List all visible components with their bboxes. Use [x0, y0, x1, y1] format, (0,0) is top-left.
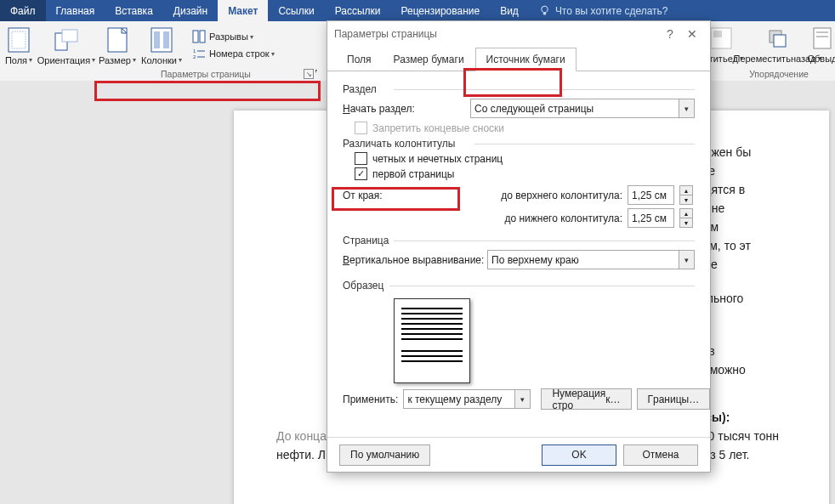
position-icon — [707, 25, 735, 52]
margins-button[interactable]: Поля▾ — [2, 25, 36, 79]
send-backward-icon — [764, 25, 791, 52]
tab-references[interactable]: Ссылки — [268, 0, 324, 21]
page-setup-dialog: Параметры страницы ? ✕ Поля Размер бумаг… — [327, 20, 711, 473]
chevron-down-icon: ▾ — [29, 55, 32, 65]
first-page-checkbox[interactable]: ✓ первой страницы — [355, 167, 695, 180]
chevron-down-icon: ▾ — [133, 55, 136, 65]
svg-rect-8 — [154, 31, 160, 48]
section-start-select[interactable]: Со следующей страницы ▾ — [470, 99, 695, 118]
sample-label: Образец — [343, 280, 695, 292]
apply-to-label: Применить: — [343, 394, 398, 405]
svg-rect-11 — [200, 31, 205, 42]
from-edge-label: От края: — [343, 190, 474, 201]
send-backward-button[interactable]: Переместитьназад▾ — [745, 23, 809, 74]
selection-pane-button[interactable]: Обвыд — [809, 23, 835, 74]
valign-label: Вертикальное выравнивание: — [343, 254, 487, 266]
svg-rect-21 — [774, 35, 786, 47]
margins-icon — [5, 26, 32, 54]
dialog-title: Параметры страницы — [334, 28, 437, 40]
chevron-down-icon: ▾ — [250, 33, 253, 41]
page-group-label: Страница — [343, 235, 695, 246]
dialog-tab-paper[interactable]: Размер бумаги — [383, 48, 475, 71]
close-icon: ✕ — [687, 27, 697, 41]
cancel-button[interactable]: Отмена — [623, 445, 698, 466]
dialog-tab-margins[interactable]: Поля — [336, 48, 383, 71]
dialog-body: Раздел Начать раздел: Со следующей стран… — [327, 71, 710, 437]
dialog-titlebar[interactable]: Параметры страницы ? ✕ — [327, 21, 710, 47]
svg-rect-22 — [814, 28, 831, 48]
apply-to-select[interactable]: к текущему разделу ▾ — [403, 389, 531, 409]
odd-even-checkbox[interactable]: четных и нечетных страниц — [355, 152, 695, 165]
set-default-button[interactable]: По умолчанию — [339, 445, 430, 466]
chevron-down-icon: ▾ — [514, 390, 530, 408]
chevron-down-icon: ▾ — [92, 55, 95, 65]
breaks-button[interactable]: Разрывы▾ — [189, 28, 257, 45]
page-setup-launcher[interactable]: ↘ — [304, 69, 314, 79]
tab-design[interactable]: Дизайн — [163, 0, 218, 21]
orientation-icon — [53, 26, 80, 54]
tab-view[interactable]: Вид — [490, 0, 529, 21]
ribbon-tabs: Файл Главная Вставка Дизайн Макет Ссылки… — [0, 0, 835, 21]
footer-distance-input[interactable]: 1,25 см — [628, 208, 674, 228]
header-distance-label: до верхнего колонтитула: — [480, 190, 622, 201]
spinner-down[interactable]: ▼ — [679, 195, 693, 205]
svg-rect-9 — [163, 31, 169, 48]
line-numbers-button-dlg[interactable]: Нумерация строк… — [541, 388, 631, 410]
tab-insert[interactable]: Вставка — [105, 0, 163, 21]
tab-file[interactable]: Файл — [0, 0, 46, 21]
columns-icon — [148, 26, 175, 54]
svg-point-0 — [542, 6, 548, 12]
dialog-tab-layout[interactable]: Источник бумаги — [475, 48, 577, 71]
page-setup-group-label: Параметры страницы ↘ — [96, 67, 315, 81]
svg-rect-1 — [543, 13, 546, 14]
line-numbers-icon: 12 — [192, 47, 206, 60]
borders-button[interactable]: Границы… — [637, 388, 710, 410]
spinner-down[interactable]: ▼ — [679, 218, 693, 228]
spinner-up[interactable]: ▲ — [679, 208, 693, 218]
dialog-close-button[interactable]: ✕ — [681, 27, 703, 41]
headers-group-label: Различать колонтитулы — [343, 138, 695, 150]
svg-rect-10 — [193, 31, 198, 42]
svg-rect-19 — [713, 31, 722, 37]
tab-review[interactable]: Рецензирование — [390, 0, 490, 21]
spinner-up[interactable]: ▲ — [679, 185, 693, 195]
selection-pane-icon — [809, 25, 835, 52]
chevron-down-icon: ▾ — [679, 99, 694, 117]
dialog-tabs: Поля Размер бумаги Источник бумаги — [327, 47, 710, 71]
checkbox-icon — [355, 122, 367, 134]
sample-preview — [394, 298, 470, 383]
chevron-down-icon: ▾ — [179, 55, 182, 65]
line-numbers-button[interactable]: 12 Номера строк▾ — [189, 45, 278, 62]
orientation-button[interactable]: Ориентация▾ — [36, 25, 97, 79]
tab-home[interactable]: Главная — [46, 0, 105, 21]
dialog-help-button[interactable]: ? — [659, 27, 681, 41]
svg-text:1: 1 — [193, 48, 196, 54]
checkbox-icon — [355, 152, 367, 165]
svg-text:2: 2 — [193, 54, 196, 59]
size-icon — [104, 26, 131, 54]
header-distance-input[interactable]: 1,25 см — [628, 185, 674, 205]
section-start-label: Начать раздел: — [343, 103, 470, 115]
chevron-down-icon: ▾ — [271, 50, 275, 58]
chevron-down-icon: ▾ — [679, 251, 694, 269]
tab-layout[interactable]: Макет — [218, 0, 268, 21]
tellme-search[interactable]: Что вы хотите сделать? — [529, 0, 679, 21]
tab-mailings[interactable]: Рассылки — [325, 0, 391, 21]
footer-distance-label: до нижнего колонтитула: — [480, 212, 622, 224]
breaks-icon — [192, 30, 206, 43]
lightbulb-icon — [539, 5, 550, 16]
valign-select[interactable]: По верхнему краю ▾ — [487, 250, 695, 269]
svg-rect-5 — [62, 30, 77, 42]
arrange-group-label: Упорядочение — [728, 67, 830, 81]
checkbox-checked-icon: ✓ — [355, 167, 367, 180]
suppress-endnotes-checkbox: Запретить концевые сноски — [355, 122, 695, 134]
ok-button[interactable]: OK — [542, 445, 616, 466]
section-group-label: Раздел — [343, 83, 695, 95]
dialog-footer: По умолчанию OK Отмена — [327, 437, 710, 472]
